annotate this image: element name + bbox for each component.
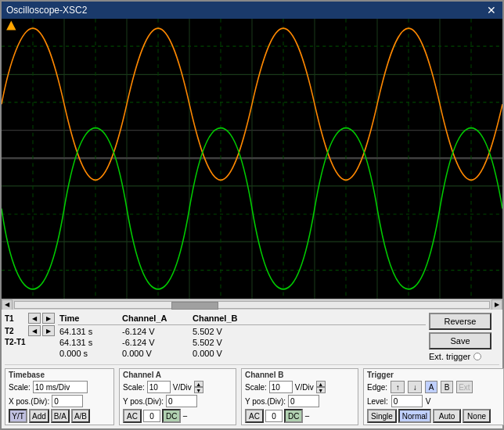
header-time: Time: [58, 313, 121, 324]
channel-a-ypos-input[interactable]: [166, 395, 197, 407]
channel-a-dc-button[interactable]: DC: [162, 409, 181, 423]
trigger-auto-button[interactable]: Auto: [433, 409, 461, 423]
timebase-section: Timebase Scale: X pos.(Div): Y/T Add B/A…: [5, 368, 114, 425]
trigger-src-b-button[interactable]: B: [441, 381, 453, 393]
channel-a-spin-up[interactable]: ▲: [194, 381, 203, 387]
t2t1-time: 0.000 s: [58, 348, 121, 359]
trigger-level-input[interactable]: [391, 395, 423, 407]
scope-display: [2, 19, 502, 299]
channel-a-minus: −: [182, 411, 187, 421]
ext-trigger-label: Ext. trigger: [429, 352, 470, 361]
channel-a-label: Channel A: [123, 371, 232, 379]
channel-b-spin: ▲ ▼: [316, 381, 326, 393]
t1-label: T1: [5, 314, 27, 323]
channel-a-ac-button[interactable]: AC: [123, 409, 142, 423]
yt-button[interactable]: Y/T: [9, 409, 27, 423]
channel-a-spin-down[interactable]: ▼: [194, 387, 203, 393]
cursor-controls: T1 ◀ ▶ T2 ◀ ▶ T2-T1: [5, 313, 55, 346]
meas-row-diff: 0.000 s 0.000 V 0.000 V: [58, 348, 426, 359]
timebase-scale-row: Scale:: [9, 381, 110, 393]
trigger-edge-label: Edge:: [367, 383, 387, 392]
channel-b-ac-button[interactable]: AC: [245, 409, 264, 423]
t2-time: 64.131 s: [58, 337, 121, 348]
t2-chb: 5.502 V: [191, 337, 261, 348]
trigger-falling-button[interactable]: ↓: [408, 381, 422, 393]
channel-b-scale-input[interactable]: [269, 381, 293, 393]
channel-a-section: Channel A Scale: V/Div ▲ ▼ Y pos.(Div): …: [119, 368, 236, 425]
meas-row-2: 64.131 s -6.124 V 5.502 V: [58, 337, 426, 348]
ext-trigger-radio[interactable]: [473, 353, 481, 360]
measurements-table: Time Channel_A Channel_B 64.131 s -6.124…: [58, 313, 426, 359]
channel-b-scale-row: Scale: V/Div ▲ ▼: [245, 381, 355, 393]
channel-b-pos-row: Y pos.(Div):: [245, 395, 355, 407]
scroll-right-button[interactable]: ▶: [491, 299, 502, 310]
channel-b-spin-up[interactable]: ▲: [316, 381, 326, 387]
add-button[interactable]: Add: [29, 409, 49, 423]
horizontal-scrollbar[interactable]: ◀ ▶: [2, 299, 502, 310]
trigger-level-unit: V: [426, 397, 431, 406]
t2-label: T2: [5, 327, 27, 335]
trigger-rising-button[interactable]: ↑: [391, 381, 405, 393]
trigger-normal-button[interactable]: Normal: [398, 409, 431, 423]
t1-left-button[interactable]: ◀: [28, 313, 41, 324]
channel-a-scale-unit: V/Div: [173, 383, 192, 392]
ext-trigger-row: Ext. trigger: [429, 352, 481, 361]
channel-b-scale-label: Scale:: [245, 383, 267, 392]
t1-right-button[interactable]: ▶: [42, 313, 55, 324]
timebase-mode-row: Y/T Add B/A A/B: [9, 409, 110, 423]
channel-a-dc-num: 0: [143, 410, 160, 422]
channel-b-scale-unit: V/Div: [295, 383, 314, 392]
timebase-scale-label: Scale:: [9, 383, 31, 392]
t1-row: T1 ◀ ▶: [5, 313, 55, 324]
timebase-xpos-label: X pos.(Div):: [9, 397, 49, 406]
trigger-src-a-button[interactable]: A: [425, 381, 437, 393]
channel-a-scale-input[interactable]: [147, 381, 171, 393]
trigger-single-button[interactable]: Single: [367, 409, 397, 423]
t2t1-cha: 0.000 V: [121, 348, 191, 359]
channel-b-spin-down[interactable]: ▼: [316, 387, 326, 393]
timebase-label: Timebase: [9, 371, 110, 379]
t2t1-row: T2-T1: [5, 338, 55, 346]
channel-b-dc-button[interactable]: DC: [284, 409, 303, 423]
oscilloscope-window: Oscilloscope-XSC2 ✕: [0, 0, 504, 430]
channel-b-section: Channel B Scale: V/Div ▲ ▼ Y pos.(Div): …: [241, 368, 358, 425]
channel-a-scale-label: Scale:: [123, 383, 145, 392]
t2t1-label: T2-T1: [5, 338, 27, 346]
measurements-header: Time Channel_A Channel_B: [58, 313, 426, 325]
channel-a-scale-row: Scale: V/Div ▲ ▼: [123, 381, 232, 393]
t2-right-button[interactable]: ▶: [42, 325, 55, 336]
timebase-xpos-input[interactable]: [52, 395, 83, 407]
trigger-none-button[interactable]: None: [463, 409, 491, 423]
channel-a-spin: ▲ ▼: [194, 381, 203, 393]
channel-b-coupling-row: AC 0 DC −: [245, 409, 355, 423]
right-controls: Reverse Save Ext. trigger: [429, 313, 499, 361]
t1-time: 64.131 s: [58, 326, 121, 337]
ab-button[interactable]: A/B: [71, 409, 90, 423]
timebase-pos-row: X pos.(Div):: [9, 395, 110, 407]
channel-b-ypos-label: Y pos.(Div):: [245, 397, 286, 406]
header-ch-b: Channel_B: [191, 313, 261, 324]
channel-a-ypos-label: Y pos.(Div):: [123, 397, 164, 406]
close-button[interactable]: ✕: [485, 5, 498, 16]
scroll-track[interactable]: [14, 301, 490, 309]
window-title: Oscilloscope-XSC2: [6, 5, 87, 16]
t2-cha: -6.124 V: [121, 337, 191, 348]
scope-svg: [2, 19, 502, 299]
scroll-left-button[interactable]: ◀: [2, 299, 13, 310]
save-button[interactable]: Save: [429, 332, 491, 349]
reverse-button[interactable]: Reverse: [429, 313, 491, 330]
channel-b-ypos-input[interactable]: [288, 395, 319, 407]
scroll-thumb[interactable]: [171, 302, 218, 310]
timebase-scale-input[interactable]: [33, 381, 88, 393]
trigger-src-ext-button[interactable]: Ext: [456, 381, 472, 393]
t2-left-button[interactable]: ◀: [28, 325, 41, 336]
trigger-level-label: Level:: [367, 397, 388, 406]
t2t1-chb: 0.000 V: [191, 348, 261, 359]
title-bar: Oscilloscope-XSC2 ✕: [2, 2, 502, 19]
channel-b-dc-num: 0: [265, 410, 283, 422]
controls-area: T1 ◀ ▶ T2 ◀ ▶ T2-T1 Time Channel_A: [2, 310, 502, 428]
header-ch-a: Channel_A: [121, 313, 191, 324]
ba-button[interactable]: B/A: [51, 409, 70, 423]
settings-row: Timebase Scale: X pos.(Div): Y/T Add B/A…: [5, 364, 499, 425]
channel-b-minus: −: [304, 411, 309, 421]
